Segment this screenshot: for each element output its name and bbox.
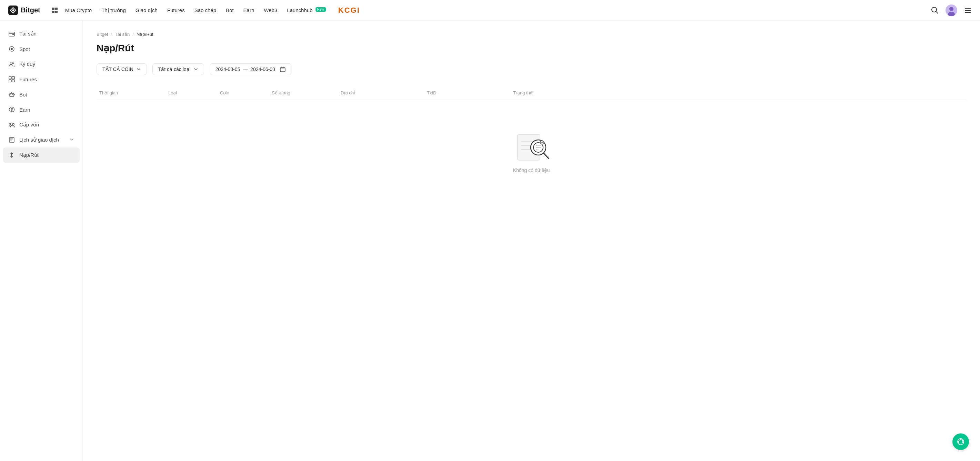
chevron-down-icon bbox=[136, 67, 141, 72]
nav-futures[interactable]: Futures bbox=[167, 7, 185, 13]
support-button[interactable] bbox=[952, 433, 969, 450]
svg-rect-2 bbox=[55, 8, 57, 10]
main-nav: Mua Crypto Thị trường Giao dịch Futures … bbox=[65, 6, 931, 15]
nav-earn[interactable]: Earn bbox=[243, 7, 255, 13]
users-icon bbox=[8, 61, 15, 68]
empty-image bbox=[511, 127, 552, 162]
svg-point-20 bbox=[10, 94, 11, 95]
sidebar-label-tai-san: Tài sản bbox=[19, 31, 37, 37]
sidebar-item-spot[interactable]: Spot bbox=[0, 41, 83, 57]
headset-icon bbox=[956, 437, 965, 446]
date-start: 2024-03-05 bbox=[216, 67, 240, 72]
nav-launchhub[interactable]: Launchhub New bbox=[287, 7, 326, 13]
empty-text: Không có dữ liệu bbox=[513, 168, 550, 173]
sidebar-item-bot[interactable]: Bot bbox=[0, 87, 83, 102]
svg-rect-10 bbox=[13, 34, 14, 35]
nav-web3[interactable]: Web3 bbox=[264, 7, 277, 13]
col-trang-thai: Trạng thái bbox=[510, 90, 966, 95]
menu-button[interactable] bbox=[964, 6, 972, 14]
sidebar-section-lich-su[interactable]: Lịch sử giao dịch bbox=[0, 132, 83, 147]
sidebar-section-label: Lịch sử giao dịch bbox=[19, 137, 59, 143]
svg-rect-1 bbox=[52, 8, 54, 10]
sidebar-item-earn[interactable]: Earn bbox=[0, 102, 83, 117]
date-separator: — bbox=[243, 67, 248, 72]
logo-text: Bitget bbox=[21, 6, 40, 14]
sidebar: Tài sản Spot Ký quỹ bbox=[0, 21, 83, 461]
date-range-picker[interactable]: 2024-03-05 — 2024-06-03 bbox=[210, 63, 291, 75]
col-coin: Coin bbox=[217, 90, 269, 95]
grid-icon[interactable] bbox=[51, 7, 58, 14]
bitget-logo-icon bbox=[8, 6, 18, 15]
page-title: Nạp/Rút bbox=[97, 43, 966, 54]
calendar-icon bbox=[280, 67, 286, 72]
sidebar-item-ky-quy[interactable]: Ký quỹ bbox=[0, 57, 83, 72]
kcgi-logo[interactable]: KCGI bbox=[338, 6, 360, 15]
svg-point-7 bbox=[949, 7, 953, 11]
svg-point-22 bbox=[11, 92, 12, 93]
svg-rect-4 bbox=[55, 11, 57, 13]
nav-mua-crypto[interactable]: Mua Crypto bbox=[65, 7, 92, 13]
sidebar-label-ky-quy: Ký quỹ bbox=[19, 61, 35, 67]
svg-point-21 bbox=[12, 94, 13, 95]
nav-bot[interactable]: Bot bbox=[226, 7, 234, 13]
logo[interactable]: Bitget bbox=[8, 6, 40, 15]
earn-icon bbox=[8, 106, 15, 113]
breadcrumb-current: Nạp/Rút bbox=[137, 32, 153, 37]
svg-line-38 bbox=[544, 153, 549, 158]
sidebar-item-futures[interactable]: Futures bbox=[0, 72, 83, 87]
sidebar-label-earn: Earn bbox=[19, 107, 30, 112]
col-txid: TxID bbox=[424, 90, 510, 95]
sidebar-label-bot: Bot bbox=[19, 92, 27, 98]
wallet-icon bbox=[8, 30, 15, 37]
header-right bbox=[931, 5, 972, 16]
nav-giao-dich[interactable]: Giao dịch bbox=[135, 7, 158, 13]
nav-sao-chep[interactable]: Sao chép bbox=[194, 7, 216, 13]
sidebar-label-futures: Futures bbox=[19, 76, 37, 82]
svg-rect-43 bbox=[958, 441, 959, 443]
col-loai: Loại bbox=[165, 90, 217, 95]
svg-point-13 bbox=[10, 62, 12, 64]
sidebar-item-cap-von[interactable]: Cấp vốn bbox=[0, 117, 83, 132]
breadcrumb-bitget[interactable]: Bitget bbox=[97, 32, 108, 37]
svg-point-12 bbox=[11, 48, 13, 50]
chevron-down-icon bbox=[193, 67, 198, 72]
chevron-down-icon bbox=[69, 137, 74, 143]
filters: TẤT CẢ COIN Tất cả các loại 2024-03-05 —… bbox=[97, 63, 966, 75]
svg-rect-28 bbox=[280, 68, 285, 72]
fund-icon bbox=[8, 121, 15, 128]
bot-icon bbox=[8, 91, 15, 98]
sidebar-label-nap-rut: Nạp/Rút bbox=[19, 152, 39, 158]
breadcrumb-tai-san[interactable]: Tài sản bbox=[115, 32, 130, 37]
empty-state: Không có dữ liệu bbox=[97, 100, 966, 201]
sidebar-item-nap-rut[interactable]: Nạp/Rút bbox=[3, 147, 80, 163]
circle-dot-icon bbox=[8, 46, 15, 52]
futures-icon bbox=[8, 76, 15, 83]
search-button[interactable] bbox=[931, 6, 939, 14]
table-header: Thời gian Loại Coin Số lượng Địa chỉ TxI… bbox=[97, 86, 966, 100]
svg-rect-18 bbox=[12, 79, 14, 82]
svg-rect-3 bbox=[52, 11, 54, 13]
coin-filter-label: TẤT CẢ COIN bbox=[102, 67, 134, 72]
new-badge: New bbox=[315, 7, 326, 12]
svg-rect-19 bbox=[10, 93, 14, 97]
type-filter-dropdown[interactable]: Tất cả các loại bbox=[153, 63, 204, 75]
sidebar-label-cap-von: Cấp vốn bbox=[19, 122, 39, 128]
svg-rect-17 bbox=[9, 79, 11, 82]
avatar[interactable] bbox=[945, 5, 957, 16]
svg-point-14 bbox=[13, 62, 14, 64]
main-content: Bitget / Tài sản / Nạp/Rút Nạp/Rút TẤT C… bbox=[83, 21, 980, 461]
sidebar-item-tai-san[interactable]: Tài sản bbox=[0, 26, 83, 41]
col-dia-chi: Địa chỉ bbox=[338, 90, 424, 95]
col-thoi-gian: Thời gian bbox=[97, 90, 165, 95]
history-icon bbox=[8, 136, 15, 143]
breadcrumb-sep-2: / bbox=[132, 32, 134, 37]
breadcrumb-sep-1: / bbox=[111, 32, 112, 37]
header: Bitget Mua Crypto Thị trường Giao dịch F… bbox=[0, 0, 980, 21]
breadcrumb: Bitget / Tài sản / Nạp/Rút bbox=[97, 32, 966, 37]
transfer-icon bbox=[8, 152, 15, 158]
date-end: 2024-06-03 bbox=[250, 67, 275, 72]
nav-thi-truong[interactable]: Thị trường bbox=[101, 7, 126, 13]
coin-filter-dropdown[interactable]: TẤT CẢ COIN bbox=[97, 63, 147, 75]
layout: Tài sản Spot Ký quỹ bbox=[0, 21, 980, 461]
sidebar-label-spot: Spot bbox=[19, 46, 30, 52]
